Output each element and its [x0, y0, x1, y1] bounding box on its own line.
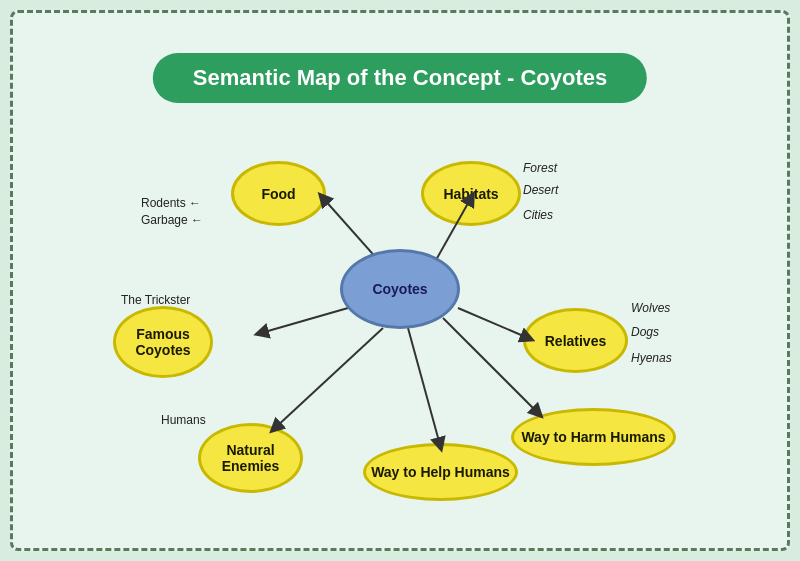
page-title: Semantic Map of the Concept - Coyotes [193, 65, 607, 90]
label-garbage: Garbage ← [141, 213, 203, 227]
node-habitats: Habitats [421, 161, 521, 226]
label-rodents: Rodents ← [141, 196, 201, 210]
node-natural-enemies: Natural Enemies [198, 423, 303, 493]
svg-line-3 [458, 308, 528, 338]
node-relatives: Relatives [523, 308, 628, 373]
label-humans: Humans [161, 413, 206, 427]
node-way-to-help: Way to Help Humans [363, 443, 518, 501]
svg-line-2 [261, 308, 348, 333]
node-famous-coyotes: Famous Coyotes [113, 306, 213, 378]
title-banner: Semantic Map of the Concept - Coyotes [153, 53, 647, 103]
label-desert: Desert [523, 183, 558, 197]
label-cities: Cities [523, 208, 553, 222]
label-hyenas: Hyenas [631, 351, 672, 365]
label-wolves: Wolves [631, 301, 670, 315]
label-dogs: Dogs [631, 325, 659, 339]
svg-line-4 [275, 328, 383, 428]
node-way-to-harm: Way to Harm Humans [511, 408, 676, 466]
outer-border: Semantic Map of the Concept - Coyotes Co… [10, 10, 790, 551]
label-forest: Forest [523, 161, 557, 175]
node-coyotes: Coyotes [340, 249, 460, 329]
node-food: Food [231, 161, 326, 226]
label-the-trickster: The Trickster [121, 293, 190, 307]
svg-line-5 [408, 328, 440, 445]
